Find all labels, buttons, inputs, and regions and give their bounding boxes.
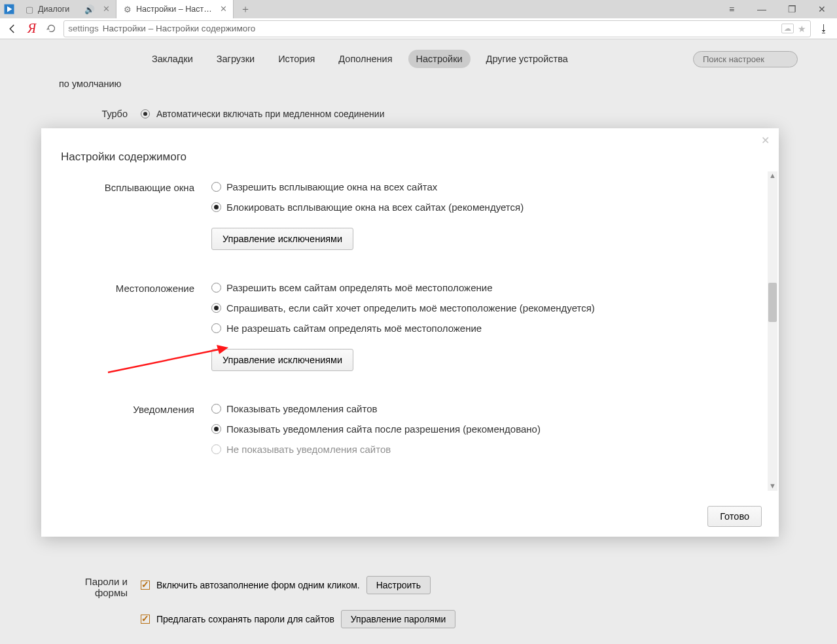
manage-exceptions-button[interactable]: Управление исключениями bbox=[211, 349, 353, 371]
radio-option[interactable]: Блокировать всплывающие окна на всех сай… bbox=[211, 197, 760, 217]
sound-icon[interactable]: 🔊 bbox=[84, 5, 95, 14]
maximize-button[interactable]: ❐ bbox=[777, 0, 807, 18]
section-label: Уведомления bbox=[44, 399, 211, 459]
radio-input[interactable] bbox=[211, 182, 221, 192]
browser-chrome: ▢ Диалоги 🔊 ✕ ⚙ Настройки – Настройки ✕ … bbox=[0, 0, 837, 39]
address-bar[interactable]: settings Настройки – Настройки содержимо… bbox=[63, 20, 811, 37]
radio-option[interactable]: Не разрешать сайтам определять моё место… bbox=[211, 318, 760, 338]
section-location: Местоположение Разрешить всем сайтам опр… bbox=[44, 277, 760, 371]
menu-button[interactable]: ≡ bbox=[717, 0, 747, 18]
section-label: Местоположение bbox=[44, 277, 211, 371]
option-label: Не разрешать сайтам определять моё место… bbox=[226, 323, 482, 334]
close-icon[interactable]: ✕ bbox=[101, 5, 111, 14]
section-label: Всплывающие окна bbox=[44, 177, 211, 250]
downloads-button[interactable]: ⭳ bbox=[815, 23, 833, 35]
section-popups: Всплывающие окна Разрешить всплывающие о… bbox=[44, 177, 760, 250]
option-label: Спрашивать, если сайт хочет определить м… bbox=[226, 302, 595, 313]
radio-option[interactable]: Показывать уведомления сайта после разре… bbox=[211, 419, 760, 439]
protect-icon[interactable]: ☁ bbox=[781, 24, 794, 33]
radio-input[interactable] bbox=[211, 303, 221, 313]
close-icon[interactable]: ✕ bbox=[219, 5, 228, 14]
address-title: Настройки – Настройки содержимого bbox=[103, 24, 256, 33]
scrollbar[interactable]: ▲ ▼ bbox=[768, 171, 777, 491]
modal-footer: Готово bbox=[41, 496, 779, 537]
manage-exceptions-button[interactable]: Управление исключениями bbox=[211, 228, 353, 250]
yandex-logo[interactable]: Я bbox=[27, 21, 36, 36]
radio-input[interactable] bbox=[211, 283, 221, 293]
radio-input[interactable] bbox=[211, 202, 221, 212]
option-label: Не показывать уведомления сайтов bbox=[226, 444, 391, 455]
scroll-up-icon[interactable]: ▲ bbox=[768, 171, 777, 181]
reload-button[interactable] bbox=[43, 20, 60, 37]
tab-title: Настройки – Настройки bbox=[136, 5, 215, 14]
radio-option[interactable]: Показывать уведомления сайтов bbox=[211, 399, 760, 419]
app-icon bbox=[0, 0, 18, 18]
gear-icon: ⚙ bbox=[123, 5, 132, 14]
radio-input[interactable] bbox=[211, 424, 221, 434]
tab-title: Диалоги bbox=[38, 5, 69, 14]
radio-option[interactable]: Разрешить всплывающие окна на всех сайта… bbox=[211, 177, 760, 197]
radio-option[interactable]: Не показывать уведомления сайтов bbox=[211, 439, 760, 459]
toolbar: Я settings Настройки – Настройки содержи… bbox=[0, 18, 837, 39]
scroll-down-icon[interactable]: ▼ bbox=[768, 482, 777, 491]
option-label: Показывать уведомления сайта после разре… bbox=[226, 423, 541, 435]
radio-input[interactable] bbox=[211, 444, 221, 454]
option-label: Разрешить всплывающие окна на всех сайта… bbox=[226, 181, 437, 192]
window-controls: ≡ — ❐ ✕ bbox=[717, 0, 837, 18]
close-window-button[interactable]: ✕ bbox=[807, 0, 837, 18]
option-label: Блокировать всплывающие окна на всех сай… bbox=[226, 202, 524, 213]
address-host: settings bbox=[68, 24, 99, 33]
option-label: Разрешить всем сайтам определять моё мес… bbox=[226, 282, 493, 293]
radio-input[interactable] bbox=[211, 323, 221, 333]
back-button[interactable] bbox=[4, 20, 21, 37]
bookmark-icon[interactable]: ★ bbox=[798, 24, 806, 34]
modal-scroll-area: Всплывающие окна Разрешить всплывающие о… bbox=[41, 171, 779, 491]
tab-inactive[interactable]: ▢ Диалоги 🔊 ✕ bbox=[18, 0, 116, 18]
tab-strip: ▢ Диалоги 🔊 ✕ ⚙ Настройки – Настройки ✕ … bbox=[0, 0, 837, 18]
content-settings-modal: ✕ Настройки содержимого Всплывающие окна… bbox=[41, 128, 779, 537]
radio-input[interactable] bbox=[211, 404, 221, 414]
section-notifications: Уведомления Показывать уведомления сайто… bbox=[44, 399, 760, 459]
scroll-thumb[interactable] bbox=[768, 283, 777, 322]
tab-favicon: ▢ bbox=[25, 5, 34, 14]
option-label: Показывать уведомления сайтов bbox=[226, 403, 378, 414]
close-icon[interactable]: ✕ bbox=[759, 135, 771, 147]
modal-title: Настройки содержимого bbox=[41, 128, 779, 164]
tab-active[interactable]: ⚙ Настройки – Настройки ✕ bbox=[116, 0, 234, 18]
done-button[interactable]: Готово bbox=[707, 506, 762, 527]
radio-option[interactable]: Разрешить всем сайтам определять моё мес… bbox=[211, 277, 760, 298]
new-tab-button[interactable]: ＋ bbox=[234, 0, 257, 18]
minimize-button[interactable]: — bbox=[747, 0, 777, 18]
radio-option[interactable]: Спрашивать, если сайт хочет определить м… bbox=[211, 298, 760, 318]
